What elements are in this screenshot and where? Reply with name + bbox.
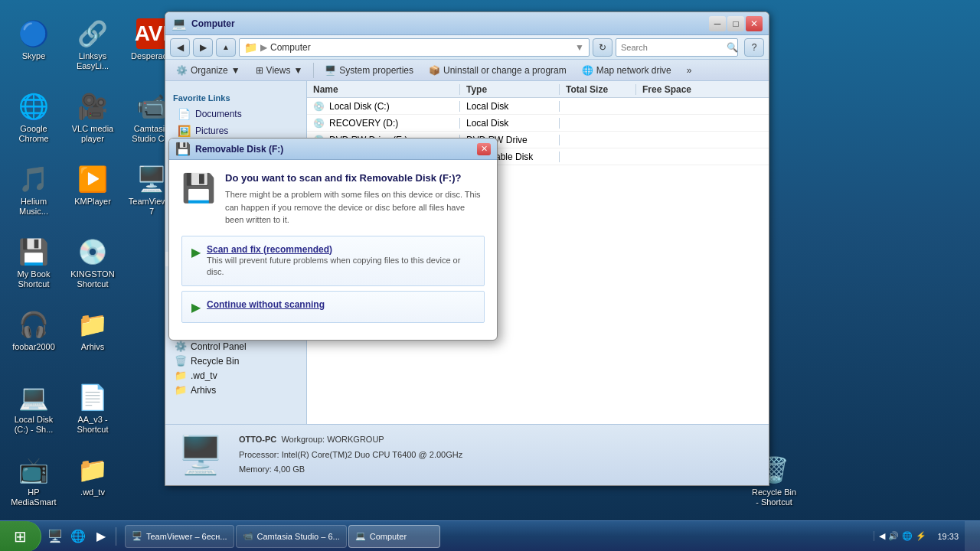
address-dropdown-arrow: ▼ [575, 42, 584, 53]
dialog-disk-icon: 💾 [181, 172, 216, 204]
desktop-icon-skype[interactable]: 🔵 Skype [6, 15, 61, 64]
taskbar-camtasia[interactable]: 📹 Camtasia Studio – 6... [236, 525, 347, 548]
tray-icon-3: ⚡ [916, 531, 926, 541]
taskbar: ⊞ 🖥️ 🌐 ▶ 🖥️ TeamViewer – 6ecн... 📹 Camta… [0, 520, 980, 551]
map-network-btn[interactable]: 🌐 Map network drive [576, 61, 678, 80]
file-list-header: Name Type Total Size Free Space [307, 81, 769, 98]
status-bar: 🖥️ OTTO-PC Workgroup: WORKGROUP Processo… [165, 424, 769, 485]
address-arrow: ▶ [260, 42, 267, 53]
address-text: Computer [270, 42, 572, 53]
views-arrow: ▼ [293, 65, 302, 76]
continue-arrow: ▶ [191, 300, 201, 315]
scan-fix-dialog: 💾 Removable Disk (F:) ✕ 💾 Do you want to… [168, 138, 498, 341]
system-properties-btn[interactable]: 🖥️ System properties [318, 61, 420, 80]
desktop-icon-linksys[interactable]: 🔗 Linksys EasyLi... [65, 15, 120, 74]
scan-fix-desc: This will prevent future problems when c… [207, 255, 475, 279]
desktop-icon-hp-mediasmart[interactable]: 📺 HP MediaSmart [6, 452, 61, 510]
search-icon: 🔍 [727, 42, 738, 53]
desktop-icon-arhivs[interactable]: 📁 Arhivs [65, 306, 120, 355]
desktop-icon-kmplayer[interactable]: ▶️ KMPlayer [65, 161, 120, 210]
continue-without-scan-option[interactable]: ▶ Continue without scanning [181, 291, 485, 323]
wdtv-folder-icon: 📁 [175, 370, 187, 381]
col-size-header[interactable]: Total Size [560, 84, 636, 95]
desktop-icon-local-disk[interactable]: 💻 Local Disk (C:) - Sh... [6, 379, 61, 438]
desktop: 🔵 Skype 🔗 Linksys EasyLi... AVI Desperad… [0, 0, 980, 551]
help-button[interactable]: ? [744, 38, 764, 57]
minimize-button[interactable]: ─ [709, 16, 726, 31]
teamviewer-icon: 🖥️ [132, 531, 142, 541]
start-button[interactable]: ⊞ [0, 521, 41, 552]
desktop-icon-wd-tv[interactable]: 📁 .wd_tv [65, 452, 120, 500]
sidebar-item-documents[interactable]: 📄 Documents [165, 106, 306, 122]
computer-icon: 💻 [172, 16, 187, 31]
taskbar-tray: ◀ 🔊 🌐 ⚡ [874, 531, 931, 541]
camtasia-icon: 📹 [243, 531, 253, 541]
up-button[interactable]: ▲ [216, 38, 236, 57]
search-box[interactable]: 🔍 [616, 38, 738, 57]
refresh-button[interactable]: ↻ [593, 38, 612, 57]
taskbar-quick-launch: 🖥️ 🌐 ▶ [41, 526, 122, 547]
file-row-local-disk[interactable]: 💿Local Disk (C:) Local Disk [307, 98, 769, 115]
organize-menu[interactable]: ⚙️ Organize ▼ [170, 61, 247, 80]
dialog-title-icon: 💾 [175, 142, 191, 156]
pictures-icon: 🖼️ [178, 125, 191, 137]
toolbar-separator [313, 63, 314, 78]
sidebar-folder-control-panel[interactable]: ⚙️ Control Panel [165, 339, 306, 354]
desktop-icon-vlc[interactable]: 🎥 VLC media player [65, 88, 120, 147]
close-button[interactable]: ✕ [746, 16, 763, 31]
tray-icon-2: 🌐 [902, 531, 913, 541]
recycle-folder-icon: 🗑️ [175, 355, 187, 367]
tray-icon-1: 🔊 [888, 531, 899, 541]
more-btn[interactable]: » [681, 61, 698, 80]
dialog-titlebar: 💾 Removable Disk (F:) ✕ [169, 139, 497, 160]
desktop-icon-google-chrome[interactable]: 🌐 Google Chrome [6, 88, 61, 147]
search-input[interactable] [621, 43, 727, 52]
dialog-header: 💾 Do you want to scan and fix Removable … [181, 172, 485, 227]
sidebar-folder-arhivs[interactable]: 📁 Arhivs [165, 383, 306, 397]
dialog-close-button[interactable]: ✕ [477, 143, 491, 155]
forward-button[interactable]: ▶ [193, 38, 213, 57]
desktop-icon-helium[interactable]: 🎵 Helium Music... [6, 161, 61, 220]
taskbar-computer[interactable]: 💻 Computer [348, 525, 440, 548]
uninstall-icon: 📦 [429, 65, 440, 76]
dialog-body: 💾 Do you want to scan and fix Removable … [169, 160, 497, 340]
browser-btn[interactable]: 🌐 [67, 526, 89, 547]
col-name-header[interactable]: Name [307, 84, 460, 95]
status-info: OTTO-PC Workgroup: WORKGROUP Processor: … [239, 432, 462, 478]
dialog-description: There might be a problem with some files… [225, 188, 485, 227]
sidebar-folder-wd-tv[interactable]: 📁 .wd_tv [165, 368, 306, 383]
scan-fix-option[interactable]: ▶ Scan and fix (recommended) This will p… [181, 236, 485, 287]
show-desktop-strip[interactable] [965, 521, 980, 552]
local-disk-icon: 💿 [313, 101, 325, 112]
desktop-icon-aa-v3[interactable]: 📄 AA_v3 - Shortcut [65, 379, 120, 438]
desktop-icon-mybook[interactable]: 💾 My Book Shortcut [6, 233, 61, 292]
back-button[interactable]: ◀ [170, 38, 190, 57]
taskbar-teamviewer[interactable]: 🖥️ TeamViewer – 6ecн... [125, 525, 234, 548]
sidebar-folder-recycle[interactable]: 🗑️ Recycle Bin [165, 354, 306, 368]
nav-toolbar: ◀ ▶ ▲ 📁 ▶ Computer ▼ ↻ 🔍 ? [165, 35, 769, 60]
dialog-title: Removable Disk (F:) [195, 144, 477, 155]
status-computer-icon: 🖥️ [178, 434, 224, 477]
desktop-icon-foobar[interactable]: 🎧 foobar2000 [6, 306, 61, 355]
show-desktop-btn[interactable]: 🖥️ [44, 526, 66, 547]
desktop-icon-kingston[interactable]: 💿 KINGSTON Shortcut [65, 233, 120, 292]
network-icon: 🌐 [582, 65, 593, 76]
taskbar-time: 19:33 [931, 532, 965, 541]
continue-title: Continue without scanning [207, 299, 325, 310]
uninstall-btn[interactable]: 📦 Uninstall or change a program [423, 61, 573, 80]
views-menu[interactable]: ⊞ Views ▼ [250, 61, 309, 80]
address-folder-icon: 📁 [244, 41, 257, 54]
maximize-button[interactable]: □ [727, 16, 744, 31]
address-bar[interactable]: 📁 ▶ Computer ▼ [239, 38, 590, 57]
computer-taskbar-icon: 💻 [355, 531, 366, 541]
favorite-links-title: Favorite Links [165, 90, 306, 106]
window-titlebar: 💻 Computer ─ □ ✕ [165, 12, 769, 35]
sidebar-item-pictures[interactable]: 🖼️ Pictures [165, 122, 306, 139]
windows-media-btn[interactable]: ▶ [90, 526, 112, 547]
tray-expand[interactable]: ◀ [879, 531, 885, 541]
dialog-question: Do you want to scan and fix Removable Di… [225, 172, 485, 184]
col-type-header[interactable]: Type [460, 84, 560, 95]
col-free-header[interactable]: Free Space [636, 84, 713, 95]
file-row-recovery[interactable]: 💿RECOVERY (D:) Local Disk [307, 115, 769, 132]
menu-bar: ⚙️ Organize ▼ ⊞ Views ▼ 🖥️ System proper… [165, 60, 769, 81]
